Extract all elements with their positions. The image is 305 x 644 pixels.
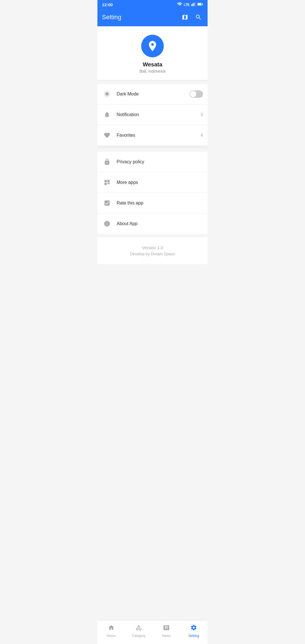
battery-icon (197, 3, 203, 7)
about-app-item[interactable]: About App (97, 214, 208, 234)
divider-1 (97, 145, 208, 148)
setting-icon (190, 624, 197, 633)
info-circle-icon (102, 219, 112, 229)
nav-news-label: News (162, 634, 171, 638)
status-time: 12:00 (102, 2, 113, 7)
bell-icon (102, 110, 112, 120)
nav-news[interactable]: News (152, 623, 180, 639)
location-pin-icon (146, 40, 159, 52)
privacy-policy-item[interactable]: Privacy policy (97, 152, 208, 172)
svg-rect-2 (193, 3, 194, 6)
favorites-count: 4 (201, 133, 203, 138)
svg-rect-1 (192, 3, 193, 6)
nav-home-label: Home (107, 634, 116, 638)
app-bar-actions (180, 13, 203, 22)
home-icon (108, 624, 115, 633)
sun-icon (102, 89, 112, 99)
nav-category-label: Category (132, 634, 146, 638)
dark-mode-label: Dark Mode (117, 92, 189, 97)
more-apps-label: More apps (117, 180, 203, 185)
svg-rect-3 (195, 2, 195, 6)
dark-mode-item[interactable]: Dark Mode (97, 84, 208, 105)
map-icon (182, 14, 188, 21)
nav-home[interactable]: Home (97, 623, 125, 639)
nav-category[interactable]: Category (125, 623, 153, 639)
notification-count: 3 (201, 112, 203, 117)
status-bar: 12:00 LTE (97, 0, 208, 9)
settings-toggle-section: Dark Mode Notification 3 Favorites 4 (97, 84, 208, 145)
rate-app-label: Rate this app (117, 201, 203, 206)
svg-rect-0 (191, 4, 192, 6)
avatar (141, 35, 164, 57)
dark-mode-toggle[interactable] (189, 90, 203, 98)
version-section: Version 1.0 Develop by Dream Space (97, 237, 208, 264)
search-icon-button[interactable] (194, 13, 203, 22)
signal-icon (191, 2, 196, 7)
bottom-spacer (97, 264, 208, 287)
profile-location: Bali, Indonesia (140, 69, 165, 73)
notification-label: Notification (117, 112, 201, 117)
more-apps-item[interactable]: More apps (97, 172, 208, 193)
bottom-navigation: Home Category News Setting (97, 620, 208, 644)
settings-menu-section: Privacy policy More apps Rate this app A… (97, 152, 208, 234)
nav-setting[interactable]: Setting (180, 623, 208, 639)
search-icon (195, 14, 202, 21)
svg-rect-6 (198, 3, 201, 5)
version-text: Version 1.0 (142, 245, 163, 250)
profile-name: Wesata (143, 61, 162, 68)
privacy-policy-label: Privacy policy (117, 159, 203, 164)
developer-text: Develop by Dream Space (130, 252, 175, 256)
heart-icon (102, 130, 112, 140)
favorites-item[interactable]: Favorites 4 (97, 125, 208, 145)
rate-app-item[interactable]: Rate this app (97, 193, 208, 214)
clipboard-check-icon (102, 198, 112, 208)
profile-section: Wesata Bali, Indonesia (97, 26, 208, 80)
map-icon-button[interactable] (180, 13, 189, 22)
wifi-icon (177, 2, 182, 7)
lock-icon (102, 157, 112, 167)
app-bar: Setting (97, 9, 208, 26)
about-app-label: About App (117, 221, 203, 226)
grid-icon (102, 177, 112, 188)
page-title: Setting (102, 14, 121, 21)
status-icons: LTE (177, 2, 203, 7)
notification-item[interactable]: Notification 3 (97, 105, 208, 125)
svg-rect-5 (202, 4, 203, 5)
nav-setting-label: Setting (189, 634, 199, 638)
category-icon (135, 624, 142, 633)
favorites-label: Favorites (117, 133, 201, 138)
news-icon (163, 624, 170, 633)
lte-indicator: LTE (184, 3, 189, 7)
